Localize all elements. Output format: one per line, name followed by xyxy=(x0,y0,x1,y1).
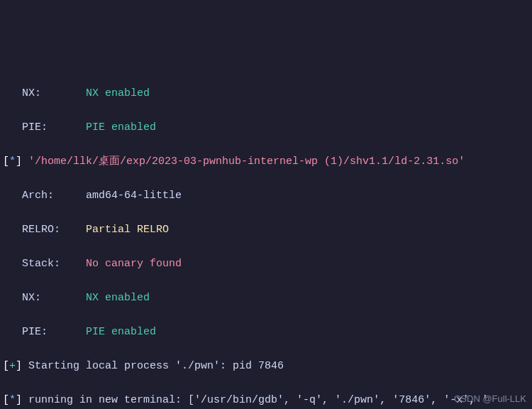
relro-label: RELRO: xyxy=(3,224,86,236)
bracket: [ xyxy=(3,394,9,406)
plus-icon: + xyxy=(9,360,16,372)
bracket: ] xyxy=(16,394,28,406)
pie-label: PIE: xyxy=(3,121,86,133)
bracket: ] xyxy=(16,360,28,372)
bracket: [ xyxy=(3,360,9,372)
bracket: ] xyxy=(16,156,28,168)
arch-value: amd64-64-little xyxy=(86,190,182,202)
stack-label: Stack: xyxy=(3,258,86,270)
bracket: [ xyxy=(3,156,9,168)
process-start: Starting local process './pwn': pid 7846 xyxy=(28,360,284,372)
arch-label: Arch: xyxy=(3,190,86,202)
terminal-output[interactable]: NX: NX enabled PIE: PIE enabled [*] '/ho… xyxy=(3,68,529,409)
star-icon: * xyxy=(9,394,16,406)
file-path: '/home/llk/桌面/exp/2023-03-pwnhub-interne… xyxy=(28,156,465,168)
gdb-launch-line1: running in new terminal: ['/usr/bin/gdb'… xyxy=(28,394,488,406)
nx-label: NX: xyxy=(3,87,86,99)
relro-value: Partial RELRO xyxy=(86,224,169,236)
watermark: CSDN @Full-LLK xyxy=(454,391,526,408)
pie-value: PIE enabled xyxy=(86,121,156,133)
star-icon: * xyxy=(9,156,16,168)
nx-label: NX: xyxy=(3,292,86,304)
nx-value: NX enabled xyxy=(86,87,150,99)
nx-value: NX enabled xyxy=(86,292,150,304)
pie-value: PIE enabled xyxy=(86,326,156,338)
pie-label: PIE: xyxy=(3,326,86,338)
stack-value: No canary found xyxy=(86,258,182,270)
